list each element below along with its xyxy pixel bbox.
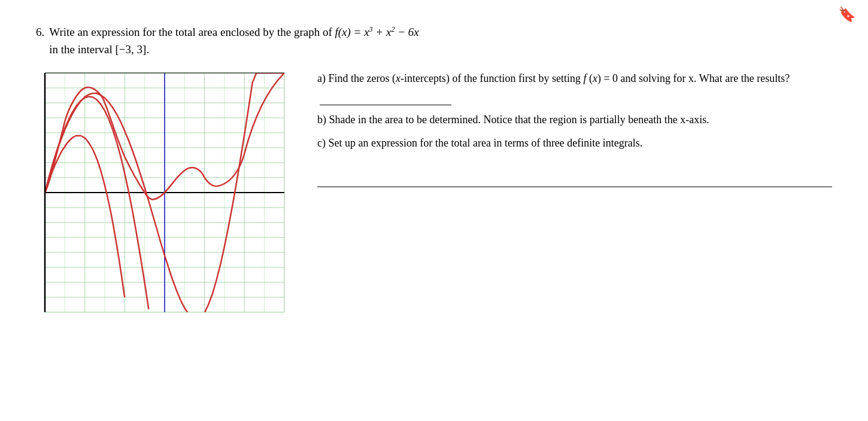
graph-svg [36, 64, 293, 321]
bookmark-icon: 🔖 [838, 6, 856, 23]
graph-container [36, 64, 293, 324]
question-number: 6. [36, 24, 44, 58]
question-header: 6. Write an expression for the total are… [36, 24, 832, 58]
part-a-label: a) [317, 72, 326, 84]
part-b-label: b) [317, 114, 326, 126]
instructions-panel: a) Find the zeros (x-intercepts) of the … [317, 64, 832, 324]
part-a: a) Find the zeros (x-intercepts) of the … [317, 70, 832, 105]
question-text: Write an expression for the total area e… [49, 24, 418, 58]
page-content: 🔖 6. Write an expression for the total a… [36, 24, 832, 324]
part-b: b) Shade in the area to be determined. N… [317, 111, 832, 129]
part-c-label: c) [317, 137, 326, 149]
part-a-text: Find the zeros (x-intercepts) of the fun… [317, 72, 790, 102]
part-b-text: Shade in the area to be determined. Noti… [329, 114, 709, 126]
main-body: a) Find the zeros (x-intercepts) of the … [36, 64, 832, 324]
part-c: c) Set up an expression for the total ar… [317, 135, 832, 152]
part-c-text: Set up an expression for the total area … [328, 137, 642, 149]
answer-line-c [317, 170, 832, 188]
answer-blank-a [320, 87, 451, 105]
